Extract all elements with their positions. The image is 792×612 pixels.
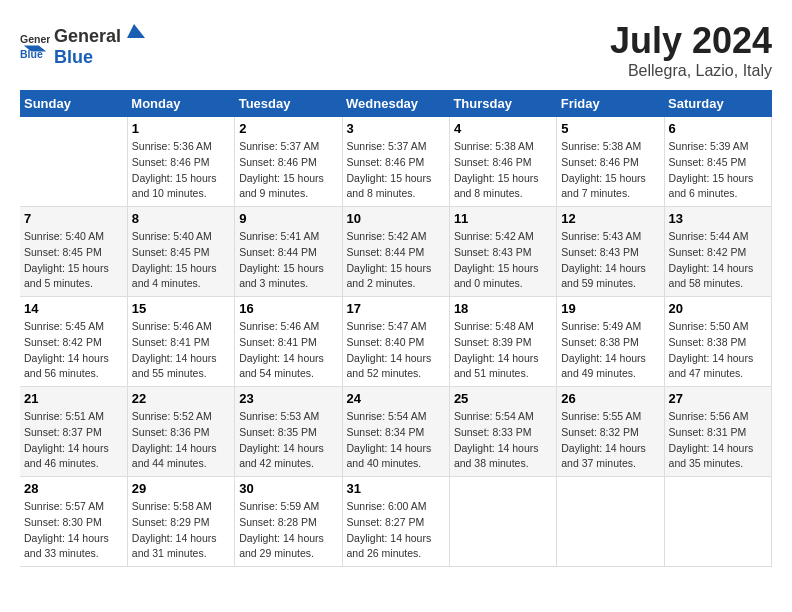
day-number: 19 <box>561 301 659 316</box>
calendar-cell: 13 Sunrise: 5:44 AM Sunset: 8:42 PM Dayl… <box>664 207 771 297</box>
title-block: July 2024 Bellegra, Lazio, Italy <box>610 20 772 80</box>
calendar-cell: 22 Sunrise: 5:52 AM Sunset: 8:36 PM Dayl… <box>127 387 234 477</box>
daylight-text: Daylight: 14 hours and 56 minutes. <box>24 352 109 380</box>
sunset-text: Sunset: 8:45 PM <box>132 246 210 258</box>
sunset-text: Sunset: 8:44 PM <box>347 246 425 258</box>
day-info: Sunrise: 5:48 AM Sunset: 8:39 PM Dayligh… <box>454 319 552 382</box>
week-row-4: 21 Sunrise: 5:51 AM Sunset: 8:37 PM Dayl… <box>20 387 772 477</box>
calendar-cell: 11 Sunrise: 5:42 AM Sunset: 8:43 PM Dayl… <box>449 207 556 297</box>
sunrise-text: Sunrise: 5:42 AM <box>347 230 427 242</box>
svg-text:General: General <box>20 33 50 45</box>
day-info: Sunrise: 5:38 AM Sunset: 8:46 PM Dayligh… <box>454 139 552 202</box>
calendar-cell: 5 Sunrise: 5:38 AM Sunset: 8:46 PM Dayli… <box>557 117 664 207</box>
calendar-cell: 20 Sunrise: 5:50 AM Sunset: 8:38 PM Dayl… <box>664 297 771 387</box>
calendar-cell: 30 Sunrise: 5:59 AM Sunset: 8:28 PM Dayl… <box>235 477 342 567</box>
calendar-cell: 6 Sunrise: 5:39 AM Sunset: 8:45 PM Dayli… <box>664 117 771 207</box>
calendar-cell: 28 Sunrise: 5:57 AM Sunset: 8:30 PM Dayl… <box>20 477 127 567</box>
calendar-cell: 26 Sunrise: 5:55 AM Sunset: 8:32 PM Dayl… <box>557 387 664 477</box>
day-info: Sunrise: 5:51 AM Sunset: 8:37 PM Dayligh… <box>24 409 123 472</box>
calendar-cell: 27 Sunrise: 5:56 AM Sunset: 8:31 PM Dayl… <box>664 387 771 477</box>
day-info: Sunrise: 5:40 AM Sunset: 8:45 PM Dayligh… <box>24 229 123 292</box>
sunrise-text: Sunrise: 5:52 AM <box>132 410 212 422</box>
header-wednesday: Wednesday <box>342 90 449 117</box>
calendar-cell: 4 Sunrise: 5:38 AM Sunset: 8:46 PM Dayli… <box>449 117 556 207</box>
day-number: 14 <box>24 301 123 316</box>
day-info: Sunrise: 5:54 AM Sunset: 8:34 PM Dayligh… <box>347 409 445 472</box>
sunrise-text: Sunrise: 5:49 AM <box>561 320 641 332</box>
sunrise-text: Sunrise: 5:40 AM <box>132 230 212 242</box>
daylight-text: Daylight: 14 hours and 55 minutes. <box>132 352 217 380</box>
logo-text-general: General <box>54 26 121 47</box>
day-info: Sunrise: 5:37 AM Sunset: 8:46 PM Dayligh… <box>239 139 337 202</box>
sunrise-text: Sunrise: 5:50 AM <box>669 320 749 332</box>
sunset-text: Sunset: 8:42 PM <box>24 336 102 348</box>
day-info: Sunrise: 5:57 AM Sunset: 8:30 PM Dayligh… <box>24 499 123 562</box>
calendar-cell: 2 Sunrise: 5:37 AM Sunset: 8:46 PM Dayli… <box>235 117 342 207</box>
calendar-location: Bellegra, Lazio, Italy <box>610 62 772 80</box>
day-number: 31 <box>347 481 445 496</box>
calendar-table: SundayMondayTuesdayWednesdayThursdayFrid… <box>20 90 772 567</box>
sunrise-text: Sunrise: 5:55 AM <box>561 410 641 422</box>
daylight-text: Daylight: 15 hours and 5 minutes. <box>24 262 109 290</box>
day-info: Sunrise: 5:39 AM Sunset: 8:45 PM Dayligh… <box>669 139 767 202</box>
day-number: 30 <box>239 481 337 496</box>
sunset-text: Sunset: 8:38 PM <box>669 336 747 348</box>
week-row-3: 14 Sunrise: 5:45 AM Sunset: 8:42 PM Dayl… <box>20 297 772 387</box>
calendar-cell: 9 Sunrise: 5:41 AM Sunset: 8:44 PM Dayli… <box>235 207 342 297</box>
day-info: Sunrise: 5:36 AM Sunset: 8:46 PM Dayligh… <box>132 139 230 202</box>
svg-marker-3 <box>127 24 145 38</box>
day-number: 2 <box>239 121 337 136</box>
header-tuesday: Tuesday <box>235 90 342 117</box>
calendar-cell: 12 Sunrise: 5:43 AM Sunset: 8:43 PM Dayl… <box>557 207 664 297</box>
calendar-cell: 24 Sunrise: 5:54 AM Sunset: 8:34 PM Dayl… <box>342 387 449 477</box>
calendar-cell: 3 Sunrise: 5:37 AM Sunset: 8:46 PM Dayli… <box>342 117 449 207</box>
day-info: Sunrise: 5:50 AM Sunset: 8:38 PM Dayligh… <box>669 319 767 382</box>
calendar-cell: 1 Sunrise: 5:36 AM Sunset: 8:46 PM Dayli… <box>127 117 234 207</box>
calendar-cell: 15 Sunrise: 5:46 AM Sunset: 8:41 PM Dayl… <box>127 297 234 387</box>
day-info: Sunrise: 5:55 AM Sunset: 8:32 PM Dayligh… <box>561 409 659 472</box>
day-info: Sunrise: 5:56 AM Sunset: 8:31 PM Dayligh… <box>669 409 767 472</box>
day-info: Sunrise: 5:53 AM Sunset: 8:35 PM Dayligh… <box>239 409 337 472</box>
calendar-cell: 8 Sunrise: 5:40 AM Sunset: 8:45 PM Dayli… <box>127 207 234 297</box>
daylight-text: Daylight: 14 hours and 40 minutes. <box>347 442 432 470</box>
calendar-cell: 14 Sunrise: 5:45 AM Sunset: 8:42 PM Dayl… <box>20 297 127 387</box>
sunset-text: Sunset: 8:44 PM <box>239 246 317 258</box>
daylight-text: Daylight: 15 hours and 7 minutes. <box>561 172 646 200</box>
day-number: 3 <box>347 121 445 136</box>
sunset-text: Sunset: 8:45 PM <box>669 156 747 168</box>
sunrise-text: Sunrise: 5:38 AM <box>454 140 534 152</box>
daylight-text: Daylight: 15 hours and 9 minutes. <box>239 172 324 200</box>
day-info: Sunrise: 5:42 AM Sunset: 8:44 PM Dayligh… <box>347 229 445 292</box>
day-number: 10 <box>347 211 445 226</box>
day-info: Sunrise: 6:00 AM Sunset: 8:27 PM Dayligh… <box>347 499 445 562</box>
sunrise-text: Sunrise: 5:45 AM <box>24 320 104 332</box>
calendar-cell: 17 Sunrise: 5:47 AM Sunset: 8:40 PM Dayl… <box>342 297 449 387</box>
day-info: Sunrise: 5:46 AM Sunset: 8:41 PM Dayligh… <box>239 319 337 382</box>
sunrise-text: Sunrise: 5:54 AM <box>454 410 534 422</box>
day-info: Sunrise: 5:54 AM Sunset: 8:33 PM Dayligh… <box>454 409 552 472</box>
calendar-cell <box>664 477 771 567</box>
day-info: Sunrise: 5:43 AM Sunset: 8:43 PM Dayligh… <box>561 229 659 292</box>
sunset-text: Sunset: 8:40 PM <box>347 336 425 348</box>
logo: General Blue General Blue <box>20 20 145 68</box>
calendar-header-row: SundayMondayTuesdayWednesdayThursdayFrid… <box>20 90 772 117</box>
calendar-cell <box>557 477 664 567</box>
calendar-cell: 10 Sunrise: 5:42 AM Sunset: 8:44 PM Dayl… <box>342 207 449 297</box>
day-number: 22 <box>132 391 230 406</box>
day-info: Sunrise: 5:59 AM Sunset: 8:28 PM Dayligh… <box>239 499 337 562</box>
sunrise-text: Sunrise: 5:56 AM <box>669 410 749 422</box>
sunset-text: Sunset: 8:37 PM <box>24 426 102 438</box>
sunrise-text: Sunrise: 5:37 AM <box>239 140 319 152</box>
sunrise-text: Sunrise: 5:53 AM <box>239 410 319 422</box>
day-info: Sunrise: 5:42 AM Sunset: 8:43 PM Dayligh… <box>454 229 552 292</box>
daylight-text: Daylight: 14 hours and 42 minutes. <box>239 442 324 470</box>
daylight-text: Daylight: 14 hours and 47 minutes. <box>669 352 754 380</box>
daylight-text: Daylight: 14 hours and 44 minutes. <box>132 442 217 470</box>
day-number: 4 <box>454 121 552 136</box>
sunset-text: Sunset: 8:36 PM <box>132 426 210 438</box>
sunset-text: Sunset: 8:42 PM <box>669 246 747 258</box>
day-number: 7 <box>24 211 123 226</box>
daylight-text: Daylight: 14 hours and 49 minutes. <box>561 352 646 380</box>
header-thursday: Thursday <box>449 90 556 117</box>
sunrise-text: Sunrise: 5:58 AM <box>132 500 212 512</box>
